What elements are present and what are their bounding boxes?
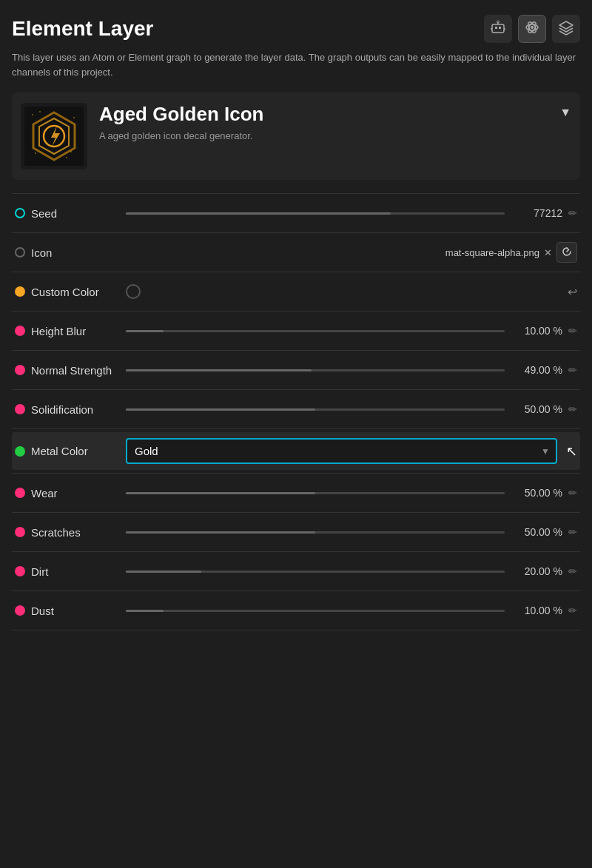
dust-label: Dust	[31, 605, 120, 617]
layer-thumbnail	[21, 103, 87, 169]
height-blur-dot	[15, 326, 25, 336]
normal-strength-edit-icon[interactable]: ✏	[568, 364, 577, 376]
svg-rect-2	[499, 27, 501, 29]
divider-7	[12, 473, 580, 474]
scratches-edit-icon[interactable]: ✏	[568, 526, 577, 538]
dust-track	[126, 610, 505, 612]
icon-label: Icon	[31, 246, 120, 259]
layer-description: A aged golden icon decal generator.	[99, 130, 548, 141]
wear-fill	[126, 492, 315, 494]
dirt-edit-icon[interactable]: ✏	[568, 565, 577, 577]
normal-strength-dot	[15, 365, 25, 375]
layers-icon-button[interactable]	[552, 15, 580, 43]
param-row-normal-strength: Normal Strength 49.00 % ✏	[12, 354, 580, 386]
dust-value: 10.00 %	[511, 605, 562, 616]
divider-2	[12, 272, 580, 272]
custom-color-label: Custom Color	[31, 286, 120, 298]
wear-edit-icon[interactable]: ✏	[568, 487, 577, 499]
param-row-seed: Seed 77212 ✏	[12, 197, 580, 229]
metal-color-select-wrapper: Gold Silver Bronze Copper ▼	[126, 438, 557, 464]
custom-color-reset-icon[interactable]: ↩	[568, 285, 577, 299]
divider-1	[12, 232, 580, 233]
scratches-label: Scratches	[31, 526, 120, 539]
normal-strength-fill	[126, 369, 312, 371]
normal-strength-slider[interactable]	[126, 369, 505, 371]
normal-strength-value: 49.00 %	[511, 364, 562, 376]
robot-icon	[490, 19, 506, 39]
seed-edit-icon[interactable]: ✏	[568, 207, 577, 219]
solidification-edit-icon[interactable]: ✏	[568, 403, 577, 415]
seed-spacer	[126, 212, 505, 215]
icon-refresh-button[interactable]	[556, 242, 577, 263]
seed-track	[126, 212, 505, 215]
height-blur-track	[126, 330, 505, 332]
svg-rect-19	[39, 111, 41, 112]
scratches-dot	[15, 527, 25, 537]
dirt-slider[interactable]	[126, 571, 505, 573]
svg-rect-17	[35, 152, 36, 154]
atom-icon-button[interactable]	[518, 15, 546, 43]
layer-card: Aged Golden Icon A aged golden icon deca…	[12, 92, 580, 180]
param-row-dirt: Dirt 20.00 % ✏	[12, 555, 580, 588]
svg-rect-18	[70, 151, 72, 152]
icon-file-remove[interactable]: ✕	[544, 247, 552, 258]
scratches-slider[interactable]	[126, 531, 505, 534]
solidification-track	[126, 408, 505, 411]
dirt-value: 20.00 %	[511, 565, 562, 577]
divider-6	[12, 428, 580, 429]
svg-rect-20	[66, 157, 67, 158]
svg-rect-15	[32, 114, 33, 115]
wear-dot	[15, 488, 25, 498]
solidification-value: 50.00 %	[511, 403, 562, 415]
icon-dot	[15, 247, 25, 258]
normal-strength-track	[126, 369, 505, 371]
dirt-label: Dirt	[31, 565, 120, 578]
height-blur-label: Height Blur	[31, 325, 120, 337]
wear-track	[126, 492, 505, 494]
height-blur-fill	[126, 330, 164, 332]
param-row-solidification: Solidification 50.00 % ✏	[12, 393, 580, 425]
divider-4	[12, 350, 580, 351]
dust-slider[interactable]	[126, 610, 505, 612]
divider-8	[12, 512, 580, 513]
wear-label: Wear	[31, 487, 120, 499]
seed-fill	[126, 212, 391, 215]
metal-color-label: Metal Color	[31, 445, 120, 457]
seed-label: Seed	[31, 207, 120, 220]
layer-dropdown-arrow[interactable]: ▼	[559, 106, 571, 119]
height-blur-edit-icon[interactable]: ✏	[568, 325, 577, 337]
custom-color-circle[interactable]	[126, 284, 141, 299]
svg-rect-16	[73, 117, 75, 118]
svg-rect-0	[492, 24, 504, 33]
seed-value: 77212	[511, 207, 562, 219]
dirt-fill	[126, 571, 201, 573]
metal-color-select[interactable]: Gold Silver Bronze Copper	[126, 438, 557, 464]
metal-color-dot	[15, 446, 25, 457]
svg-point-4	[497, 21, 500, 23]
header-icon-group	[484, 15, 580, 43]
icon-file-area: mat-square-alpha.png ✕	[126, 242, 577, 263]
solidification-dot	[15, 404, 25, 414]
height-blur-value: 10.00 %	[511, 325, 562, 337]
divider-10	[12, 591, 580, 591]
dust-edit-icon[interactable]: ✏	[568, 605, 577, 616]
svg-rect-1	[495, 27, 497, 29]
robot-icon-button[interactable]	[484, 15, 512, 43]
height-blur-slider[interactable]	[126, 330, 505, 332]
solidification-slider[interactable]	[126, 408, 505, 411]
element-layer-panel: Element Layer	[0, 0, 592, 868]
param-row-wear: Wear 50.00 % ✏	[12, 477, 580, 509]
solidification-fill	[126, 408, 315, 411]
scratches-fill	[126, 531, 315, 534]
svg-point-10	[531, 26, 534, 29]
wear-slider[interactable]	[126, 492, 505, 494]
dirt-track	[126, 571, 505, 573]
cursor-hint-icon: ↖	[566, 443, 577, 460]
layer-info: Aged Golden Icon A aged golden icon deca…	[99, 103, 548, 141]
custom-color-dot	[15, 286, 25, 297]
scratches-value: 50.00 %	[511, 526, 562, 538]
seed-dot	[15, 208, 25, 218]
solidification-label: Solidification	[31, 403, 120, 416]
panel-header: Element Layer	[12, 15, 580, 43]
layers-icon	[558, 19, 574, 39]
